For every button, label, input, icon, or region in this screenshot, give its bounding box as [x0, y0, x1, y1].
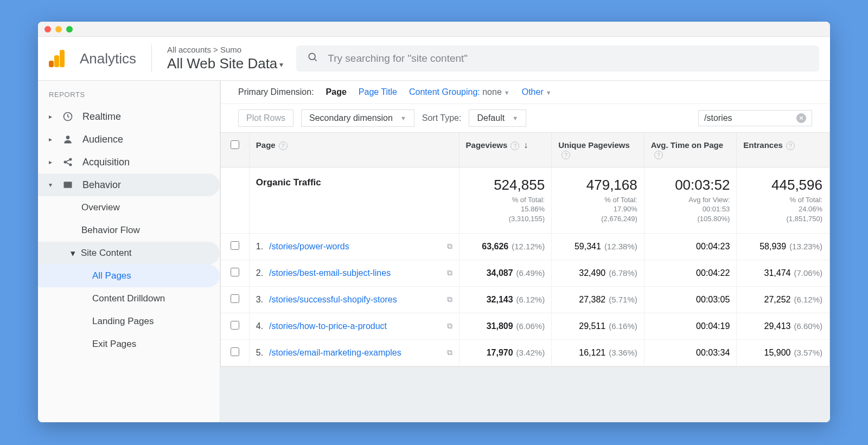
pageviews-value: 31,809 [487, 321, 513, 331]
unique-pct: (12.38%) [604, 242, 637, 251]
svg-line-7 [66, 160, 70, 162]
sidebar-sub-landing-pages[interactable]: Landing Pages [38, 310, 220, 333]
account-selector[interactable]: All accounts > Sumo All Web Site Data▾ [167, 45, 283, 72]
pageviews-pct: (6.49%) [516, 268, 545, 278]
external-link-icon[interactable]: ⧉ [447, 242, 452, 251]
unique-value: 27,382 [579, 295, 605, 304]
summary-pageviews: 524,855 [466, 177, 545, 193]
external-link-icon[interactable]: ⧉ [447, 268, 452, 278]
main-content: Primary Dimension: Page Page Title Conte… [220, 81, 830, 422]
summary-unique: 479,168 [558, 177, 637, 193]
table-toolbar: Plot Rows Secondary dimension▼ Sort Type… [221, 104, 829, 133]
sidebar-sub-overview[interactable]: Overview [38, 196, 220, 219]
avg-time-value: 00:04:19 [696, 321, 730, 331]
search-input[interactable] [328, 53, 808, 65]
svg-point-6 [69, 164, 71, 165]
sidebar-sub-behavior-flow[interactable]: Behavior Flow [38, 219, 220, 242]
sidebar-item-label: Realtime [82, 111, 121, 122]
dimension-page-title[interactable]: Page Title [359, 87, 397, 97]
sidebar-sub-content-drilldown[interactable]: Content Drilldown [38, 287, 220, 310]
content-grouping[interactable]: Content Grouping: none▼ [409, 87, 510, 97]
breadcrumb: All accounts > Sumo [167, 45, 283, 54]
row-checkbox[interactable] [231, 321, 239, 330]
row-checkbox[interactable] [231, 347, 239, 356]
report-panel: Primary Dimension: Page Page Title Conte… [220, 81, 830, 367]
pageviews-value: 32,143 [487, 295, 513, 304]
secondary-dimension-dropdown[interactable]: Secondary dimension▼ [301, 109, 414, 127]
person-icon [62, 133, 74, 145]
app-window: Analytics All accounts > Sumo All Web Si… [38, 22, 830, 422]
entrances-value: 31,474 [764, 268, 791, 278]
external-link-icon[interactable]: ⧉ [447, 321, 452, 331]
help-icon[interactable]: ? [561, 151, 570, 159]
sidebar-item-realtime[interactable]: ▸ Realtime [38, 105, 220, 128]
unique-pct: (5.71%) [609, 295, 637, 304]
chevron-down-icon: ▾ [48, 181, 53, 189]
sidebar-item-behavior[interactable]: ▾ Behavior [38, 173, 220, 196]
pageviews-pct: (6.06%) [516, 321, 545, 331]
row-number: 5. [256, 348, 264, 357]
plot-rows-button[interactable]: Plot Rows [238, 109, 293, 127]
col-avg-time[interactable]: Avg. Time on Page? [644, 133, 737, 167]
clear-filter-icon[interactable]: ✕ [796, 113, 806, 123]
help-icon[interactable]: ? [510, 141, 519, 150]
row-number: 2. [256, 268, 264, 278]
pageviews-value: 63,626 [482, 242, 508, 251]
help-icon[interactable]: ? [786, 141, 795, 150]
window-minimize-button[interactable] [55, 26, 62, 33]
help-icon[interactable]: ? [654, 151, 663, 159]
page-path-link[interactable]: /stories/best-email-subject-lines [269, 268, 391, 278]
select-all-checkbox[interactable] [231, 140, 239, 149]
row-checkbox[interactable] [231, 294, 239, 303]
external-link-icon[interactable]: ⧉ [447, 348, 452, 357]
external-link-icon[interactable]: ⧉ [447, 295, 452, 304]
row-checkbox[interactable] [231, 268, 239, 276]
view-name: All Web Site Data▾ [167, 55, 283, 72]
sidebar-item-label: Behavior [82, 179, 121, 191]
help-icon[interactable]: ? [279, 141, 288, 150]
page-path-link[interactable]: /stories/power-words [269, 242, 349, 251]
entrances-value: 15,900 [764, 348, 791, 357]
window-close-button[interactable] [44, 26, 51, 33]
filter-value: /stories [704, 113, 732, 123]
entrances-pct: (13.23%) [789, 242, 822, 251]
sidebar-sub-all-pages[interactable]: All Pages [38, 265, 220, 287]
window-zoom-button[interactable] [66, 26, 73, 33]
col-page[interactable]: Page? [249, 133, 459, 167]
dimension-other[interactable]: Other▼ [522, 87, 552, 97]
primary-dimension-selected[interactable]: Page [326, 87, 347, 97]
col-unique-pageviews[interactable]: Unique Pageviews? [552, 133, 644, 167]
sort-type-dropdown[interactable]: Default▼ [469, 109, 526, 127]
chevron-right-icon: ▸ [48, 158, 53, 166]
svg-point-4 [64, 161, 66, 163]
table-filter-input[interactable]: /stories ✕ [698, 110, 812, 126]
search-icon [307, 51, 318, 66]
col-entrances[interactable]: Entrances? [737, 133, 829, 167]
unique-value: 59,341 [575, 242, 601, 251]
chevron-down-icon: ▼ [546, 89, 552, 96]
unique-pct: (6.78%) [609, 268, 637, 278]
sidebar-item-audience[interactable]: ▸ Audience [38, 128, 220, 151]
col-pageviews[interactable]: Pageviews?↓ [459, 133, 552, 167]
pageviews-value: 34,087 [487, 268, 513, 278]
sidebar-sub-site-content[interactable]: ▾ Site Content [38, 242, 220, 265]
svg-point-5 [69, 158, 71, 160]
entrances-value: 29,413 [764, 321, 791, 331]
search-bar[interactable] [296, 46, 819, 72]
table-row: 5. /stories/email-marketing-examples⧉17,… [221, 340, 829, 366]
sidebar-sub-exit-pages[interactable]: Exit Pages [38, 333, 220, 356]
chevron-down-icon: ▼ [400, 115, 406, 121]
avg-time-value: 00:03:34 [696, 348, 730, 357]
page-path-link[interactable]: /stories/successful-shopify-stores [269, 295, 397, 304]
sidebar-item-label: Site Content [81, 248, 132, 259]
pageviews-pct: (6.12%) [516, 295, 545, 304]
page-path-link[interactable]: /stories/email-marketing-examples [269, 348, 401, 357]
sidebar-item-acquisition[interactable]: ▸ Acquisition [38, 151, 220, 173]
entrances-pct: (6.12%) [794, 295, 822, 304]
sidebar-section-label: REPORTS [38, 86, 220, 105]
row-checkbox[interactable] [231, 241, 239, 250]
entrances-pct: (3.57%) [794, 348, 822, 357]
page-path-link[interactable]: /stories/how-to-price-a-product [269, 321, 387, 331]
share-icon [62, 156, 74, 168]
svg-point-0 [309, 53, 316, 60]
